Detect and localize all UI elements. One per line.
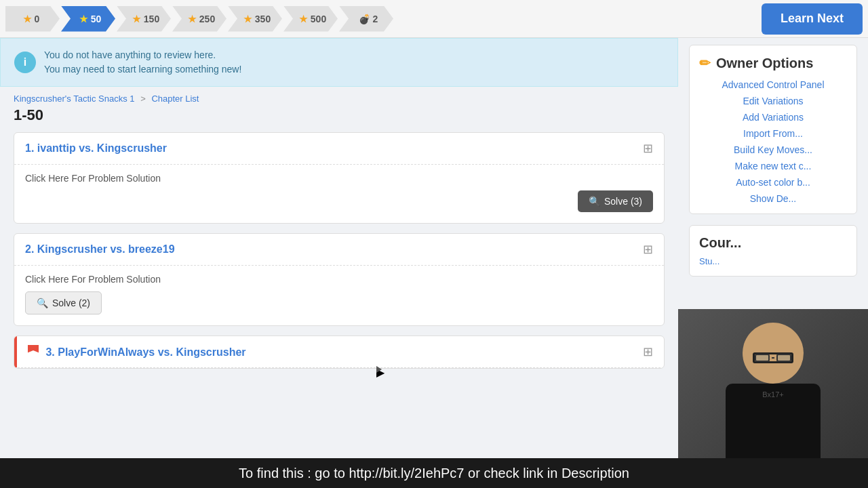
owner-link-advanced[interactable]: Advanced Control Panel xyxy=(699,79,847,90)
puzzle-menu-icon-2[interactable]: ⊞ xyxy=(643,242,653,257)
breadcrumb: Kingscrusher's Tactic Snacks 1 > Chapter… xyxy=(0,87,678,106)
step-label-350: 350 xyxy=(255,14,271,24)
bottom-bar: To find this : go to http://bit.ly/2IehP… xyxy=(0,458,868,488)
breadcrumb-link-course[interactable]: Kingscrusher's Tactic Snacks 1 xyxy=(14,94,135,104)
progress-step-500[interactable]: ★ 500 xyxy=(283,6,338,32)
person-body: Bx17+ xyxy=(726,384,821,458)
puzzle-title-3: 3. PlayForWinAlways vs. Kingscrusher xyxy=(28,345,246,359)
owner-link-build-key-moves[interactable]: Build Key Moves... xyxy=(699,144,847,155)
owner-link-show-de[interactable]: Show De... xyxy=(699,193,847,204)
progress-step-250[interactable]: ★ 250 xyxy=(172,6,226,32)
person-silhouette: Bx17+ xyxy=(678,309,868,458)
magnifier-icon-2: 🔍 xyxy=(37,298,48,308)
puzzle-card-header-2: 2. Kingscrusher vs. breeze19 ⊞ xyxy=(14,234,664,266)
puzzle-menu-icon-3[interactable]: ⊞ xyxy=(643,344,653,359)
star-icon-0: ★ xyxy=(23,14,32,24)
owner-options-links: Advanced Control Panel Edit Variations A… xyxy=(699,79,847,204)
puzzle-card-1: 1. ivanttip vs. Kingscrusher ⊞ Click Her… xyxy=(14,132,665,224)
info-banner: i You do not have anything to review her… xyxy=(0,38,678,87)
owner-link-edit-variations[interactable]: Edit Variations xyxy=(699,96,847,106)
puzzle-title-2: 2. Kingscrusher vs. breeze19 xyxy=(25,243,175,256)
pencil-icon: ✏ xyxy=(699,55,711,71)
learn-next-button[interactable]: Learn Next xyxy=(762,3,863,35)
progress-steps: ★ 0 ★ 50 ★ 150 ★ 250 ★ 350 ★ 500 💣 2 xyxy=(5,6,751,32)
course-section-content: Stu... xyxy=(699,251,847,266)
puzzle-solution-text-2[interactable]: Click Here For Problem Solution xyxy=(25,274,653,285)
flag-icon-3 xyxy=(28,345,39,356)
info-text: You do not have anything to review here.… xyxy=(44,48,241,77)
webcam-overlay: Bx17+ xyxy=(678,309,868,458)
puzzle-card-header-1: 1. ivanttip vs. Kingscrusher ⊞ xyxy=(14,133,664,165)
owner-link-auto-set[interactable]: Auto-set color b... xyxy=(699,177,847,188)
puzzle-list: 1. ivanttip vs. Kingscrusher ⊞ Click Her… xyxy=(0,132,678,369)
owner-options-panel: ✏ Owner Options Advanced Control Panel E… xyxy=(689,45,857,214)
owner-link-import[interactable]: Import From... xyxy=(699,128,847,139)
owner-link-new-text[interactable]: Make new text c... xyxy=(699,161,847,171)
shirt-text: Bx17+ xyxy=(762,390,784,399)
owner-link-add-variations[interactable]: Add Variations xyxy=(699,112,847,123)
puzzle-card-2: 2. Kingscrusher vs. breeze19 ⊞ Click Her… xyxy=(14,233,665,326)
course-section: Cour... Stu... xyxy=(689,225,857,277)
progress-step-bomb[interactable]: 💣 2 xyxy=(339,6,393,32)
bottom-bar-text: To find this : go to http://bit.ly/2IehP… xyxy=(239,466,629,481)
star-icon-50: ★ xyxy=(79,14,88,24)
info-line2: You may need to start learning something… xyxy=(44,62,241,77)
glass-left xyxy=(755,354,770,362)
star-icon-250: ★ xyxy=(188,14,197,24)
puzzle-title-1: 1. ivanttip vs. Kingscrusher xyxy=(25,142,167,155)
step-label-bomb: 2 xyxy=(373,14,378,24)
step-label-0: 0 xyxy=(35,14,40,24)
puzzle-card-header-3: 3. PlayForWinAlways vs. Kingscrusher ⊞ xyxy=(14,336,664,368)
star-icon-500: ★ xyxy=(299,14,308,24)
puzzle-card-3: 3. PlayForWinAlways vs. Kingscrusher ⊞ xyxy=(14,336,665,369)
course-section-title: Cour... xyxy=(699,235,847,251)
info-line1: You do not have anything to review here. xyxy=(44,48,241,62)
puzzle-menu-icon-1[interactable]: ⊞ xyxy=(643,141,653,156)
progress-step-150[interactable]: ★ 150 xyxy=(117,6,171,32)
solve-button-2[interactable]: 🔍 Solve (2) xyxy=(25,291,102,314)
webcam-person: Bx17+ xyxy=(678,309,868,458)
progress-step-350[interactable]: ★ 350 xyxy=(228,6,282,32)
step-label-50: 50 xyxy=(91,14,102,24)
bomb-icon: 💣 xyxy=(359,14,370,24)
magnifier-icon-1: 🔍 xyxy=(589,196,600,207)
chapter-title: 1-50 xyxy=(0,106,678,132)
solve-button-1[interactable]: 🔍 Solve (3) xyxy=(578,190,653,212)
star-icon-150: ★ xyxy=(132,14,141,24)
puzzle-card-body-2: Click Here For Problem Solution 🔍 Solve … xyxy=(14,266,664,325)
step-label-500: 500 xyxy=(311,14,326,24)
info-icon: i xyxy=(14,52,36,73)
star-icon-350: ★ xyxy=(243,14,252,24)
progress-step-50[interactable]: ★ 50 xyxy=(61,6,115,32)
glass-bridge xyxy=(772,357,774,359)
glass-right xyxy=(776,354,791,362)
owner-options-title: ✏ Owner Options xyxy=(699,55,847,71)
step-label-150: 150 xyxy=(144,14,159,24)
person-glasses xyxy=(753,352,793,363)
puzzle-card-body-1: Click Here For Problem Solution 🔍 Solve … xyxy=(14,165,664,223)
left-panel: i You do not have anything to review her… xyxy=(0,38,678,458)
progress-bar: ★ 0 ★ 50 ★ 150 ★ 250 ★ 350 ★ 500 💣 2 Lea… xyxy=(0,0,868,38)
breadcrumb-link-chapter[interactable]: Chapter List xyxy=(151,94,199,104)
breadcrumb-separator: > xyxy=(140,94,146,104)
puzzle-solution-text-1[interactable]: Click Here For Problem Solution xyxy=(25,173,653,184)
progress-step-0[interactable]: ★ 0 xyxy=(5,6,60,32)
step-label-250: 250 xyxy=(199,14,215,24)
